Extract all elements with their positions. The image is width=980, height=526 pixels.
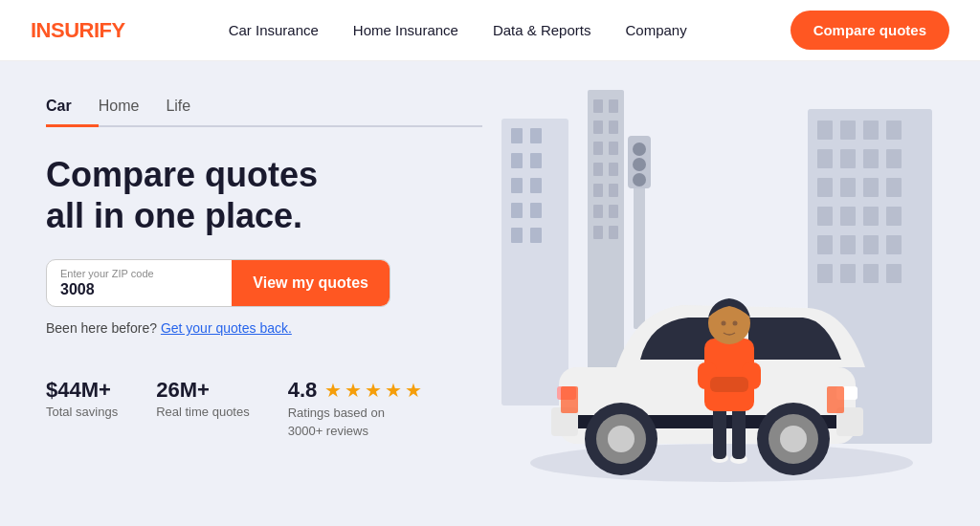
svg-rect-4 [511,153,523,168]
svg-rect-66 [827,386,844,413]
svg-rect-50 [863,264,879,283]
svg-point-55 [633,158,646,171]
svg-rect-30 [863,121,879,140]
svg-rect-46 [863,235,879,254]
been-here-text: Been here before? Get your quotes back. [46,320,450,336]
svg-rect-51 [886,264,902,283]
svg-rect-7 [530,178,542,193]
svg-rect-76 [732,405,746,459]
svg-rect-43 [886,207,902,226]
stat-quotes-value: 26M+ [156,378,250,403]
svg-rect-16 [609,121,618,134]
star-4: ★ [385,379,402,402]
svg-point-83 [733,321,738,326]
nav-car-insurance[interactable]: Car Insurance [229,22,319,38]
svg-rect-44 [817,235,833,254]
svg-rect-31 [886,121,902,140]
stars: ★ ★ ★ ★ ★ [324,379,422,402]
svg-rect-28 [817,121,833,140]
main-nav: Car Insurance Home Insurance Data & Repo… [229,22,687,38]
view-quotes-button[interactable]: View my quotes [232,260,390,306]
svg-rect-18 [609,142,618,155]
logo[interactable]: INSURIFY [31,18,125,43]
zip-input-row: Enter your ZIP code View my quotes [46,259,390,307]
zip-label: Enter your ZIP code [60,268,218,279]
svg-rect-32 [817,149,833,168]
stat-rating: 4.8 ★ ★ ★ ★ ★ Ratings based on 3000+ rev… [288,378,423,439]
svg-rect-39 [886,178,902,197]
svg-rect-34 [863,149,879,168]
stat-savings-label: Total savings [46,405,118,419]
main-content: Car Home Life Compare quotes all in one … [0,61,980,526]
svg-rect-20 [609,163,618,176]
svg-point-56 [633,173,646,186]
svg-rect-80 [710,377,748,392]
svg-rect-38 [863,178,879,197]
stats-row: $44M+ Total savings 26M+ Real time quote… [46,378,450,439]
star-2: ★ [345,379,362,402]
svg-rect-10 [511,228,523,243]
svg-rect-3 [530,128,542,143]
svg-rect-37 [840,178,856,197]
svg-rect-9 [530,203,542,218]
svg-rect-15 [593,121,603,134]
svg-rect-45 [840,235,856,254]
svg-point-69 [608,426,635,452]
svg-rect-2 [511,128,523,143]
svg-rect-25 [593,226,603,239]
svg-rect-49 [840,264,856,283]
hero-headline: Compare quotes all in one place. [46,154,450,236]
svg-rect-65 [561,386,578,413]
zip-input[interactable] [60,281,218,298]
header: INSURIFY Car Insurance Home Insurance Da… [0,0,980,61]
svg-rect-24 [609,205,618,218]
tab-car[interactable]: Car [46,88,99,127]
nav-company[interactable]: Company [625,22,686,38]
svg-rect-17 [593,142,603,155]
rating-row: 4.8 ★ ★ ★ ★ ★ [288,378,423,403]
rating-number: 4.8 [288,378,318,403]
svg-rect-42 [863,207,879,226]
svg-rect-40 [817,207,833,226]
svg-rect-11 [530,228,542,243]
svg-point-72 [780,426,807,452]
compare-quotes-button[interactable]: Compare quotes [791,11,949,50]
illustration-svg [482,61,980,526]
svg-rect-14 [609,99,618,113]
insurance-tabs: Car Home Life [46,88,486,127]
zip-wrapper: Enter your ZIP code [47,260,232,306]
hero-illustration [488,61,980,526]
svg-rect-19 [593,163,603,176]
svg-rect-35 [886,149,902,168]
svg-rect-5 [530,153,542,168]
svg-rect-47 [886,235,902,254]
nav-data-reports[interactable]: Data & Reports [493,22,591,38]
star-1: ★ [324,379,342,402]
star-3: ★ [365,379,382,402]
svg-rect-6 [511,178,523,193]
svg-rect-8 [511,203,523,218]
star-5: ★ [405,379,422,402]
svg-rect-21 [593,184,603,197]
nav-home-insurance[interactable]: Home Insurance [353,22,458,38]
svg-rect-26 [609,226,618,239]
svg-rect-48 [817,264,833,283]
svg-rect-33 [840,149,856,168]
svg-rect-22 [609,184,618,197]
left-panel: Car Home Life Compare quotes all in one … [0,61,488,526]
svg-rect-23 [593,205,603,218]
svg-rect-29 [840,121,856,140]
svg-rect-36 [817,178,833,197]
svg-rect-13 [593,99,603,113]
tab-life[interactable]: Life [166,88,217,127]
rating-sub: Ratings based on 3000+ reviews [288,405,423,439]
tab-home[interactable]: Home [99,88,167,127]
svg-rect-75 [713,405,726,459]
stat-quotes-label: Real time quotes [156,405,250,419]
svg-rect-41 [840,207,856,226]
stat-quotes: 26M+ Real time quotes [156,378,250,419]
svg-point-54 [633,142,646,156]
stat-savings-value: $44M+ [46,378,118,403]
get-quotes-back-link[interactable]: Get your quotes back. [161,320,292,336]
svg-point-82 [722,321,726,326]
